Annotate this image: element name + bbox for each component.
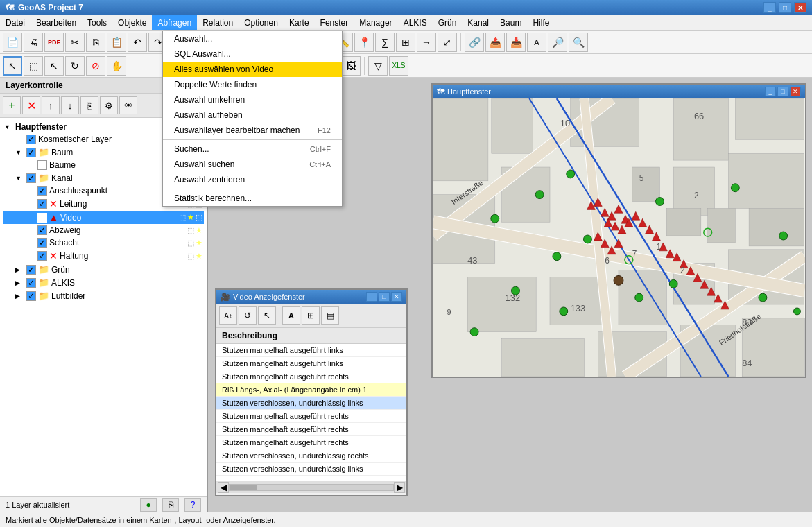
checkbox-abzweig[interactable]: ✓ — [37, 225, 47, 235]
video-tb-sort[interactable]: A↕ — [219, 306, 237, 325]
maximize-button[interactable]: □ — [779, 2, 791, 13]
checkbox-baum[interactable]: ✓ — [26, 148, 36, 157]
video-tb-font[interactable]: A — [282, 306, 300, 325]
checkbox-haltung[interactable]: ✓ — [37, 251, 47, 261]
dropdown-auswahl-zentrieren[interactable]: Auswahl zentrieren — [163, 172, 342, 187]
window-controls[interactable]: _ □ ✕ — [763, 2, 806, 13]
video-tb-table[interactable]: ▤ — [321, 306, 339, 325]
layer-add[interactable]: + — [3, 96, 21, 114]
layer-eye[interactable]: 👁 — [119, 96, 137, 114]
dropdown-auswaehllayer[interactable]: Auswahllayer bearbeitbar machen F12 — [163, 123, 342, 138]
map-min[interactable]: _ — [765, 87, 776, 96]
checkbox-anschluss[interactable]: ✓ — [37, 186, 47, 196]
dropdown-suchen[interactable]: Suchen... Ctrl+F — [163, 141, 342, 157]
tree-haltung[interactable]: ✓ ✕ Haltung ⬚ ★ — [3, 249, 204, 263]
menu-tools[interactable]: Tools — [82, 15, 112, 30]
tb2-select3[interactable]: ↖ — [44, 56, 64, 76]
tb2-img[interactable]: 🖼 — [341, 56, 361, 76]
scroll-thumb[interactable] — [230, 485, 257, 490]
video-max[interactable]: □ — [379, 292, 390, 302]
tb-graph[interactable]: ∑ — [375, 33, 395, 52]
tree-schacht[interactable]: ✓ Schacht ⬚ ★ — [3, 236, 204, 249]
layer-down[interactable]: ↓ — [61, 96, 79, 114]
checkbox-schacht[interactable]: ✓ — [37, 238, 47, 248]
menu-fenster[interactable]: Fenster — [315, 15, 354, 30]
video-row-8[interactable]: Stutzen mangelhaft ausgeführt rechts — [216, 436, 406, 449]
menu-abfragen[interactable]: Abfragen — [152, 15, 197, 30]
layer-settings[interactable]: ⚙ — [100, 96, 118, 114]
tb-route[interactable]: ⤢ — [438, 33, 457, 52]
checkbox-gruen[interactable]: ✓ — [26, 265, 36, 275]
checkbox-kosmetik[interactable]: ✓ — [26, 135, 36, 144]
dropdown-auswahl-umkehren[interactable]: Auswahl umkehren — [163, 92, 342, 107]
checkbox-leitung[interactable]: ✓ — [37, 199, 47, 209]
video-row-10[interactable]: Stutzen verschlossen, undurchlässig link… — [216, 463, 406, 476]
menu-baum[interactable]: Baum — [494, 15, 527, 30]
map-max[interactable]: □ — [777, 87, 788, 96]
tree-luftbilder-folder[interactable]: ▶ ✓ 📁 Luftbilder — [3, 289, 204, 302]
menu-manager[interactable]: Manager — [354, 15, 397, 30]
video-tb-col[interactable]: ⊞ — [302, 306, 320, 325]
tb-table[interactable]: ⊞ — [396, 33, 415, 52]
layer-status-btn1[interactable]: ● — [140, 498, 157, 512]
dropdown-sql-auswahl[interactable]: SQL Auswahl... — [163, 46, 342, 62]
dropdown-doppelte-werte[interactable]: Doppelte Werte finden — [163, 77, 342, 92]
tb-new[interactable]: 📄 — [3, 33, 22, 52]
video-tb-refresh[interactable]: ↺ — [239, 306, 257, 325]
tb-copy[interactable]: ⎘ — [86, 33, 105, 52]
tb2-filter2[interactable]: ▽ — [368, 56, 388, 76]
tb-import[interactable]: 📥 — [506, 33, 526, 52]
menu-bearbeiten[interactable]: Bearbeiten — [31, 15, 82, 30]
dropdown-auswahl[interactable]: Auswahl... — [163, 31, 342, 46]
video-row-5[interactable]: Stutzen verschlossen, undurchlässig link… — [216, 397, 406, 410]
scroll-left[interactable]: ◀ — [218, 482, 229, 493]
tree-abzweig[interactable]: ✓ Abzweig ⬚ ★ — [3, 224, 204, 236]
tb-font[interactable]: A — [527, 33, 546, 52]
checkbox-alkis[interactable]: ✓ — [26, 278, 36, 288]
video-min[interactable]: _ — [366, 292, 377, 302]
video-tb-select[interactable]: ↖ — [258, 306, 276, 325]
dropdown-auswahl-suchen[interactable]: Auswahl suchen Ctrl+A — [163, 157, 342, 172]
tb-export[interactable]: 📤 — [485, 33, 505, 52]
close-button[interactable]: ✕ — [794, 2, 806, 13]
checkbox-kanal[interactable]: ✓ — [26, 173, 36, 183]
video-row-4[interactable]: Riß Längs-, Axial- (Längenangabe in cm) … — [216, 383, 406, 397]
tb-cut[interactable]: ✂ — [65, 33, 85, 52]
scroll-right[interactable]: ▶ — [394, 482, 405, 493]
video-row-2[interactable]: Stutzen mangelhaft ausgeführt links — [216, 357, 406, 370]
dropdown-alles-auswaehlen-video[interactable]: Alles auswählen von Video — [163, 62, 342, 77]
tb-pin[interactable]: 📍 — [354, 33, 374, 52]
video-scrollbar[interactable]: ◀ ▶ — [216, 481, 406, 493]
tb2-move[interactable]: ✋ — [107, 56, 126, 76]
tree-gruen-folder[interactable]: ▶ ✓ 📁 Grün — [3, 263, 204, 276]
tb2-excel[interactable]: XLS — [389, 56, 408, 76]
tb2-select[interactable]: ↖ — [3, 56, 22, 76]
tree-alkis-folder[interactable]: ▶ ✓ 📁 ALKIS — [3, 276, 204, 289]
tb-paste[interactable]: 📋 — [107, 33, 126, 52]
dropdown-statistik[interactable]: Statistik berechnen... — [163, 191, 342, 206]
layer-copy[interactable]: ⎘ — [80, 96, 98, 114]
video-row-1[interactable]: Stutzen mangelhaft ausgeführt links — [216, 344, 406, 357]
checkbox-luftbilder[interactable]: ✓ — [26, 291, 36, 301]
tb2-select2[interactable]: ⬚ — [24, 56, 43, 76]
layer-status-btn3[interactable]: ? — [184, 498, 201, 512]
checkbox-video[interactable]: ✓ — [37, 213, 47, 223]
video-row-6[interactable]: Stutzen mangelhaft ausgeführt rechts — [216, 410, 406, 423]
menu-objekte[interactable]: Objekte — [112, 15, 152, 30]
tb-flow[interactable]: → — [417, 33, 436, 52]
tb2-rotate[interactable]: ↻ — [65, 56, 85, 76]
tb-pdf[interactable]: PDF — [44, 33, 64, 52]
menu-optionen[interactable]: Optionen — [239, 15, 284, 30]
scroll-track[interactable] — [229, 484, 394, 491]
checkbox-baeume[interactable] — [37, 160, 47, 170]
layer-remove[interactable]: ✕ — [22, 96, 40, 114]
tb-zoom-out[interactable]: 🔍 — [569, 33, 588, 52]
video-row-3[interactable]: Stutzen mangelhaft ausgeführt rechts — [216, 370, 406, 383]
tb-zoom-in[interactable]: 🔎 — [548, 33, 567, 52]
tb-undo[interactable]: ↶ — [128, 33, 147, 52]
tb2-no[interactable]: ⊘ — [86, 56, 105, 76]
minimize-button[interactable]: _ — [763, 2, 776, 13]
menu-relation[interactable]: Relation — [197, 15, 239, 30]
layer-status-btn2[interactable]: ⎘ — [162, 498, 179, 512]
menu-gruen[interactable]: Grün — [433, 15, 463, 30]
